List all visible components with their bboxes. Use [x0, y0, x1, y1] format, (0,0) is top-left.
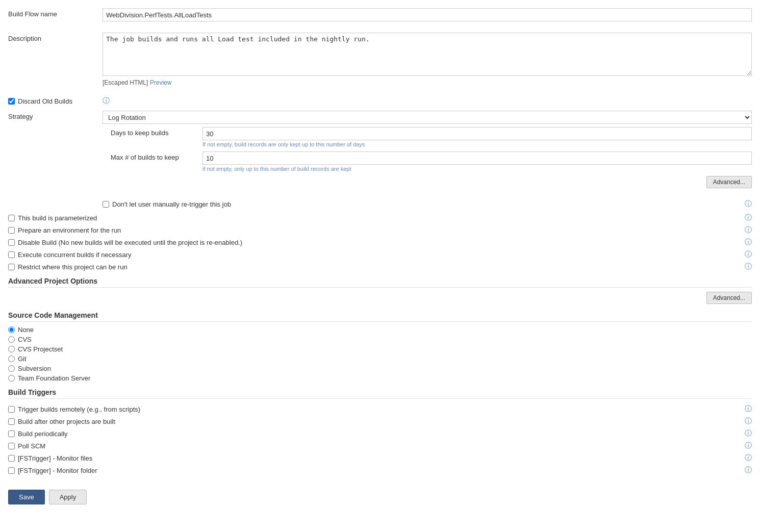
description-textarea[interactable]: The job builds and runs all Load test in… [103, 33, 752, 76]
parameterized-help-icon[interactable]: ⓘ [745, 213, 752, 222]
build-flow-name-label: Build Flow name [8, 8, 103, 18]
save-button[interactable]: Save [8, 490, 45, 504]
build-periodically-checkbox[interactable] [8, 430, 15, 437]
advanced-button-1[interactable]: Advanced... [706, 176, 752, 188]
discard-old-builds-label: Discard Old Builds [18, 97, 72, 105]
days-to-keep-hint: If not empty, build records are only kep… [202, 141, 752, 147]
fstrigger-folder-checkbox[interactable] [8, 467, 15, 474]
scm-team-foundation-radio[interactable] [8, 375, 15, 382]
scm-cvs-radio[interactable] [8, 336, 15, 343]
fstrigger-files-checkbox[interactable] [8, 455, 15, 462]
build-triggers-header: Build Triggers [8, 384, 752, 399]
apply-button[interactable]: Apply [49, 490, 87, 504]
fstrigger-folder-label: [FSTrigger] - Monitor folder [18, 467, 97, 474]
days-to-keep-label: Days to keep builds [111, 127, 202, 137]
restrict-checkbox[interactable] [8, 264, 15, 270]
restrict-help-icon[interactable]: ⓘ [745, 262, 752, 271]
concurrent-help-icon[interactable]: ⓘ [745, 250, 752, 259]
fstrigger-folder-help-icon[interactable]: ⓘ [745, 466, 752, 475]
preview-link[interactable]: Preview [150, 79, 172, 86]
build-after-help-icon[interactable]: ⓘ [745, 417, 752, 426]
fstrigger-files-label: [FSTrigger] - Monitor files [18, 454, 92, 462]
escaped-html-text: [Escaped HTML] [103, 79, 148, 86]
restrict-label: Restrict where this project can be run [18, 263, 128, 271]
build-periodically-help-icon[interactable]: ⓘ [745, 429, 752, 438]
build-periodically-label: Build periodically [18, 430, 68, 438]
scm-cvs-label: CVS [18, 336, 32, 343]
disable-build-help-icon[interactable]: ⓘ [745, 238, 752, 247]
fstrigger-files-help-icon[interactable]: ⓘ [745, 453, 752, 463]
advanced-project-options-header: Advanced Project Options [8, 273, 752, 288]
days-to-keep-input[interactable] [202, 127, 752, 140]
prepare-env-help-icon[interactable]: ⓘ [745, 225, 752, 235]
scm-git-radio[interactable] [8, 356, 15, 362]
source-code-management-header: Source Code Management [8, 307, 752, 322]
build-after-label: Build after other projects are built [18, 418, 115, 425]
scm-none-radio[interactable] [8, 326, 15, 333]
strategy-select[interactable]: Log Rotation Never Delete Specific Count [103, 111, 752, 124]
build-after-checkbox[interactable] [8, 418, 15, 425]
prepare-env-label: Prepare an environment for the run [18, 226, 121, 234]
parameterized-label: This build is parameterized [18, 214, 97, 222]
poll-scm-help-icon[interactable]: ⓘ [745, 441, 752, 450]
scm-subversion-radio[interactable] [8, 365, 15, 372]
concurrent-checkbox[interactable] [8, 251, 15, 258]
trigger-remotely-label: Trigger builds remotely (e.g., from scri… [18, 406, 140, 413]
scm-subversion-label: Subversion [18, 365, 51, 372]
scm-team-foundation-label: Team Foundation Server [18, 374, 90, 382]
discard-old-builds-checkbox[interactable] [8, 98, 15, 105]
trigger-remotely-help-icon[interactable]: ⓘ [745, 404, 752, 414]
max-builds-hint: if not empty, only up to this number of … [202, 166, 752, 172]
dont-retrigger-label: Don't let user manually re-trigger this … [112, 200, 231, 208]
poll-scm-checkbox[interactable] [8, 443, 15, 449]
concurrent-label: Execute concurrent builds if necessary [18, 251, 132, 259]
scm-none-label: None [18, 326, 34, 334]
max-builds-label: Max # of builds to keep [111, 151, 202, 161]
build-flow-name-input[interactable] [103, 8, 752, 21]
description-label: Description [8, 33, 103, 42]
dont-retrigger-help-icon[interactable]: ⓘ [745, 199, 752, 209]
dont-retrigger-checkbox[interactable] [103, 201, 109, 208]
source-code-management-group: None CVS CVS Projectset Git Subversion T… [8, 326, 752, 382]
trigger-remotely-checkbox[interactable] [8, 406, 15, 413]
advanced-button-2[interactable]: Advanced... [706, 292, 752, 304]
prepare-env-checkbox[interactable] [8, 227, 15, 234]
max-builds-input[interactable] [202, 151, 752, 165]
strategy-label: Strategy [8, 111, 103, 120]
scm-git-label: Git [18, 355, 27, 363]
poll-scm-label: Poll SCM [18, 442, 45, 450]
parameterized-checkbox[interactable] [8, 215, 15, 221]
scm-cvs-projectset-label: CVS Projectset [18, 345, 63, 353]
bottom-buttons: Save Apply [8, 485, 752, 504]
discard-help-icon[interactable]: ⓘ [103, 96, 110, 105]
disable-build-label: Disable Build (No new builds will be exe… [18, 239, 242, 246]
disable-build-checkbox[interactable] [8, 239, 15, 246]
scm-cvs-projectset-radio[interactable] [8, 346, 15, 352]
